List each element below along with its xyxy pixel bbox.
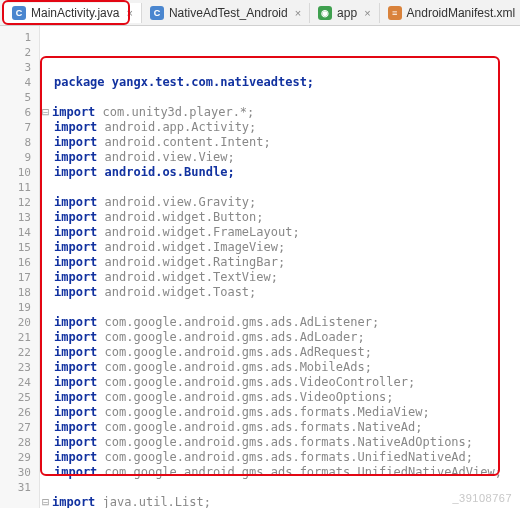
line-number: 16 [4,255,31,270]
tab-label: AndroidManifest.xml [407,6,516,20]
line-number: 18 [4,285,31,300]
line-number: 17 [4,270,31,285]
line-number: 4 [4,75,31,90]
close-icon[interactable]: × [364,7,370,19]
code-line: import com.google.android.gms.ads.format… [54,405,520,420]
line-number: 8 [4,135,31,150]
editor-tabs: CMainActivity.java×CNativeAdTest_Android… [0,0,520,26]
code-line: import android.os.Bundle; [54,165,520,180]
line-number: 24 [4,375,31,390]
line-number: 2 [4,45,31,60]
code-line [54,300,520,315]
line-number: 19 [4,300,31,315]
tab-label: app [337,6,357,20]
code-line: import com.google.android.gms.ads.AdLoad… [54,330,520,345]
line-number: 1 [4,30,31,45]
line-number: 25 [4,390,31,405]
line-number: 3 [4,60,31,75]
code-line: import android.view.Gravity; [54,195,520,210]
code-line: import com.google.android.gms.ads.VideoC… [54,375,520,390]
code-line: import android.widget.FrameLayout; [54,225,520,240]
line-number: 27 [4,420,31,435]
filetype-icon: C [12,6,26,20]
tab-app[interactable]: ◉app× [310,3,379,23]
code-line: ⊟import com.unity3d.player.*; [54,105,520,120]
line-number: 7 [4,120,31,135]
line-number: 5 [4,90,31,105]
line-number: 30 [4,465,31,480]
line-number: 21 [4,330,31,345]
code-line [54,90,520,105]
tab-nativeadtest-android[interactable]: CNativeAdTest_Android× [142,3,310,23]
line-number: 13 [4,210,31,225]
code-line: import android.widget.Button; [54,210,520,225]
tab-mainactivity-java[interactable]: CMainActivity.java× [4,3,142,23]
fold-icon[interactable]: ⊟ [42,105,52,120]
code-line: import com.google.android.gms.ads.format… [54,465,520,480]
code-line: import android.view.View; [54,150,520,165]
code-line: package yangx.test.com.nativeadtest; [54,75,520,90]
close-icon[interactable]: × [126,7,132,19]
code-line [54,480,520,495]
line-number: 11 [4,180,31,195]
line-number: 6 [4,105,31,120]
filetype-icon: ◉ [318,6,332,20]
line-number: 20 [4,315,31,330]
line-number: 14 [4,225,31,240]
code-line: import android.widget.Toast; [54,285,520,300]
code-line: import android.widget.RatingBar; [54,255,520,270]
code-line: import com.google.android.gms.ads.AdRequ… [54,345,520,360]
tab-label: MainActivity.java [31,6,119,20]
code-line: import android.widget.TextView; [54,270,520,285]
line-number: 29 [4,450,31,465]
line-number: 23 [4,360,31,375]
line-number: 31 [4,480,31,495]
line-number: 22 [4,345,31,360]
code-line [54,180,520,195]
code-line: import android.content.Intent; [54,135,520,150]
code-line: import com.google.android.gms.ads.VideoO… [54,390,520,405]
code-line: import com.google.android.gms.ads.AdList… [54,315,520,330]
line-numbers-gutter: 1234567891011121314151617181920212223242… [0,26,40,508]
line-number: 26 [4,405,31,420]
line-number: 9 [4,150,31,165]
tab-androidmanifest-xml[interactable]: ≡AndroidManifest.xml× [380,3,520,23]
line-number: 28 [4,435,31,450]
filetype-icon: C [150,6,164,20]
fold-icon[interactable]: ⊟ [42,495,52,508]
line-number: 15 [4,240,31,255]
code-line: import com.google.android.gms.ads.Mobile… [54,360,520,375]
code-editor: 1234567891011121314151617181920212223242… [0,26,520,508]
code-line: import android.widget.ImageView; [54,240,520,255]
code-line: import android.app.Activity; [54,120,520,135]
watermark-text: _39108767 [452,492,512,504]
filetype-icon: ≡ [388,6,402,20]
close-icon[interactable]: × [295,7,301,19]
line-number: 10 [4,165,31,180]
code-area[interactable]: package yangx.test.com.nativeadtest; ⊟im… [40,26,520,508]
code-line: ⊟import java.util.List; [54,495,520,508]
line-number: 12 [4,195,31,210]
code-line: import com.google.android.gms.ads.format… [54,420,520,435]
code-line: import com.google.android.gms.ads.format… [54,435,520,450]
code-line: import com.google.android.gms.ads.format… [54,450,520,465]
tab-label: NativeAdTest_Android [169,6,288,20]
